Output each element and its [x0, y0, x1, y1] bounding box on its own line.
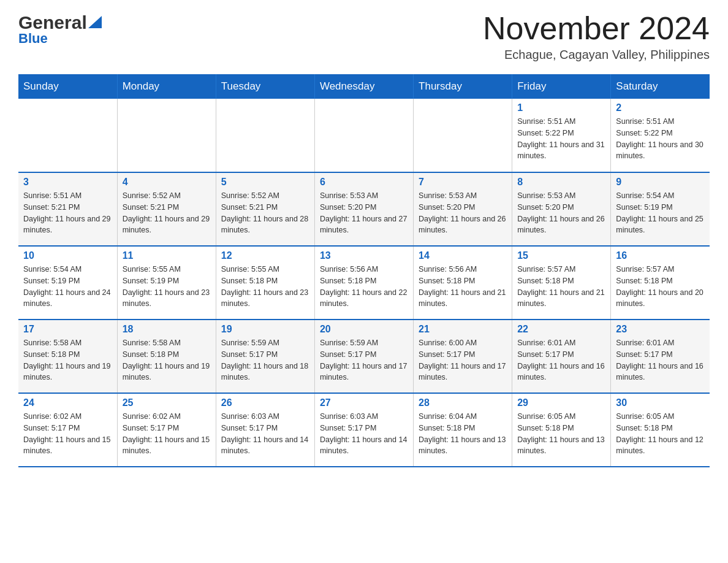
calendar-day-cell: 13Sunrise: 5:56 AMSunset: 5:18 PMDayligh…	[314, 246, 413, 320]
day-number: 1	[517, 102, 605, 113]
day-number: 3	[23, 177, 112, 188]
logo-blue-text: Blue	[18, 31, 48, 47]
day-number: 7	[419, 177, 507, 188]
sun-info: Sunrise: 5:55 AMSunset: 5:18 PMDaylight:…	[221, 264, 309, 310]
day-number: 11	[123, 250, 211, 261]
day-number: 19	[221, 324, 309, 335]
sun-info: Sunrise: 6:04 AMSunset: 5:18 PMDaylight:…	[419, 411, 507, 457]
sun-info: Sunrise: 5:51 AMSunset: 5:21 PMDaylight:…	[23, 190, 112, 236]
calendar-week-row: 3Sunrise: 5:51 AMSunset: 5:21 PMDaylight…	[18, 172, 710, 246]
calendar-day-cell: 21Sunrise: 6:00 AMSunset: 5:17 PMDayligh…	[414, 320, 512, 393]
day-number: 20	[320, 324, 408, 335]
day-number: 17	[23, 324, 112, 335]
calendar-day-cell	[18, 99, 117, 172]
calendar-day-cell: 9Sunrise: 5:54 AMSunset: 5:19 PMDaylight…	[611, 172, 710, 246]
day-number: 8	[517, 177, 605, 188]
day-number: 24	[23, 397, 112, 408]
sun-info: Sunrise: 6:03 AMSunset: 5:17 PMDaylight:…	[221, 411, 309, 457]
day-number: 16	[616, 250, 705, 261]
day-number: 13	[320, 250, 408, 261]
calendar-day-cell	[414, 99, 512, 172]
day-number: 2	[616, 102, 705, 113]
sun-info: Sunrise: 5:53 AMSunset: 5:20 PMDaylight:…	[517, 190, 605, 236]
calendar-day-cell: 26Sunrise: 6:03 AMSunset: 5:17 PMDayligh…	[216, 393, 314, 467]
month-title: November 2024	[483, 12, 710, 44]
sun-info: Sunrise: 6:03 AMSunset: 5:17 PMDaylight:…	[320, 411, 408, 457]
logo-general-text: General	[18, 12, 87, 33]
column-header-monday: Monday	[117, 74, 216, 99]
day-number: 9	[616, 177, 705, 188]
day-number: 30	[616, 397, 705, 408]
sun-info: Sunrise: 5:56 AMSunset: 5:18 PMDaylight:…	[419, 264, 507, 310]
sun-info: Sunrise: 5:53 AMSunset: 5:20 PMDaylight:…	[320, 190, 408, 236]
calendar-day-cell: 4Sunrise: 5:52 AMSunset: 5:21 PMDaylight…	[117, 172, 216, 246]
day-number: 15	[517, 250, 605, 261]
day-number: 26	[221, 397, 309, 408]
day-number: 4	[123, 177, 211, 188]
day-number: 23	[616, 324, 705, 335]
calendar-day-cell: 27Sunrise: 6:03 AMSunset: 5:17 PMDayligh…	[314, 393, 413, 467]
sun-info: Sunrise: 5:56 AMSunset: 5:18 PMDaylight:…	[320, 264, 408, 310]
calendar-week-row: 17Sunrise: 5:58 AMSunset: 5:18 PMDayligh…	[18, 320, 710, 393]
sun-info: Sunrise: 5:54 AMSunset: 5:19 PMDaylight:…	[23, 264, 112, 310]
day-number: 21	[419, 324, 507, 335]
sun-info: Sunrise: 5:59 AMSunset: 5:17 PMDaylight:…	[221, 337, 309, 383]
calendar-day-cell: 15Sunrise: 5:57 AMSunset: 5:18 PMDayligh…	[512, 246, 611, 320]
day-number: 5	[221, 177, 309, 188]
calendar-day-cell: 30Sunrise: 6:05 AMSunset: 5:18 PMDayligh…	[611, 393, 710, 467]
day-number: 18	[123, 324, 211, 335]
calendar-day-cell: 17Sunrise: 5:58 AMSunset: 5:18 PMDayligh…	[18, 320, 117, 393]
title-section: November 2024 Echague, Cagayan Valley, P…	[483, 12, 710, 62]
day-number: 28	[419, 397, 507, 408]
calendar-day-cell: 10Sunrise: 5:54 AMSunset: 5:19 PMDayligh…	[18, 246, 117, 320]
location: Echague, Cagayan Valley, Philippines	[483, 48, 710, 62]
sun-info: Sunrise: 6:00 AMSunset: 5:17 PMDaylight:…	[419, 337, 507, 383]
day-number: 25	[123, 397, 211, 408]
calendar-day-cell: 25Sunrise: 6:02 AMSunset: 5:17 PMDayligh…	[117, 393, 216, 467]
day-number: 14	[419, 250, 507, 261]
sun-info: Sunrise: 6:05 AMSunset: 5:18 PMDaylight:…	[616, 411, 705, 457]
calendar-week-row: 24Sunrise: 6:02 AMSunset: 5:17 PMDayligh…	[18, 393, 710, 467]
calendar-day-cell	[117, 99, 216, 172]
calendar-week-row: 10Sunrise: 5:54 AMSunset: 5:19 PMDayligh…	[18, 246, 710, 320]
calendar-day-cell: 18Sunrise: 5:58 AMSunset: 5:18 PMDayligh…	[117, 320, 216, 393]
calendar-day-cell: 6Sunrise: 5:53 AMSunset: 5:20 PMDaylight…	[314, 172, 413, 246]
calendar-day-cell: 7Sunrise: 5:53 AMSunset: 5:20 PMDaylight…	[414, 172, 512, 246]
day-number: 6	[320, 177, 408, 188]
sun-info: Sunrise: 5:58 AMSunset: 5:18 PMDaylight:…	[123, 337, 211, 383]
calendar-day-cell: 8Sunrise: 5:53 AMSunset: 5:20 PMDaylight…	[512, 172, 611, 246]
sun-info: Sunrise: 5:51 AMSunset: 5:22 PMDaylight:…	[616, 116, 705, 162]
sun-info: Sunrise: 6:01 AMSunset: 5:17 PMDaylight:…	[517, 337, 605, 383]
day-number: 22	[517, 324, 605, 335]
column-header-sunday: Sunday	[18, 74, 117, 99]
sun-info: Sunrise: 5:57 AMSunset: 5:18 PMDaylight:…	[517, 264, 605, 310]
column-header-friday: Friday	[512, 74, 611, 99]
sun-info: Sunrise: 5:58 AMSunset: 5:18 PMDaylight:…	[23, 337, 112, 383]
sun-info: Sunrise: 5:54 AMSunset: 5:19 PMDaylight:…	[616, 190, 705, 236]
sun-info: Sunrise: 5:53 AMSunset: 5:20 PMDaylight:…	[419, 190, 507, 236]
sun-info: Sunrise: 5:52 AMSunset: 5:21 PMDaylight:…	[123, 190, 211, 236]
calendar-day-cell: 24Sunrise: 6:02 AMSunset: 5:17 PMDayligh…	[18, 393, 117, 467]
sun-info: Sunrise: 5:57 AMSunset: 5:18 PMDaylight:…	[616, 264, 705, 310]
calendar-day-cell: 19Sunrise: 5:59 AMSunset: 5:17 PMDayligh…	[216, 320, 314, 393]
calendar-day-cell: 3Sunrise: 5:51 AMSunset: 5:21 PMDaylight…	[18, 172, 117, 246]
svg-marker-0	[88, 16, 102, 28]
calendar-day-cell	[216, 99, 314, 172]
sun-info: Sunrise: 6:02 AMSunset: 5:17 PMDaylight:…	[23, 411, 112, 457]
day-number: 29	[517, 397, 605, 408]
calendar-day-cell: 23Sunrise: 6:01 AMSunset: 5:17 PMDayligh…	[611, 320, 710, 393]
logo: General Blue	[18, 12, 102, 47]
column-header-saturday: Saturday	[611, 74, 710, 99]
sun-info: Sunrise: 5:59 AMSunset: 5:17 PMDaylight:…	[320, 337, 408, 383]
calendar-day-cell	[314, 99, 413, 172]
logo-triangle-icon	[88, 16, 102, 28]
calendar-day-cell: 29Sunrise: 6:05 AMSunset: 5:18 PMDayligh…	[512, 393, 611, 467]
sun-info: Sunrise: 5:51 AMSunset: 5:22 PMDaylight:…	[517, 116, 605, 162]
calendar-day-cell: 1Sunrise: 5:51 AMSunset: 5:22 PMDaylight…	[512, 99, 611, 172]
column-header-thursday: Thursday	[414, 74, 512, 99]
sun-info: Sunrise: 5:52 AMSunset: 5:21 PMDaylight:…	[221, 190, 309, 236]
calendar-day-cell: 28Sunrise: 6:04 AMSunset: 5:18 PMDayligh…	[414, 393, 512, 467]
calendar-header-row: SundayMondayTuesdayWednesdayThursdayFrid…	[18, 74, 710, 99]
calendar-day-cell: 2Sunrise: 5:51 AMSunset: 5:22 PMDaylight…	[611, 99, 710, 172]
page-header: General Blue November 2024 Echague, Caga…	[18, 12, 710, 62]
